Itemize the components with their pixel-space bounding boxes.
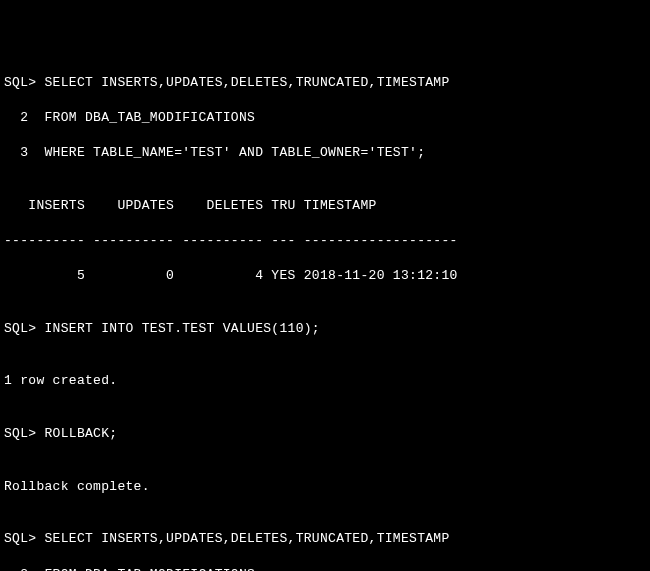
terminal-line: 2 FROM DBA_TAB_MODIFICATIONS <box>4 109 646 127</box>
terminal-line: INSERTS UPDATES DELETES TRU TIMESTAMP <box>4 197 646 215</box>
terminal-line: 1 row created. <box>4 372 646 390</box>
terminal-line: 2 FROM DBA_TAB_MODIFICATIONS <box>4 566 646 572</box>
terminal-line: Rollback complete. <box>4 478 646 496</box>
terminal-line: SQL> ROLLBACK; <box>4 425 646 443</box>
terminal-line: SQL> INSERT INTO TEST.TEST VALUES(110); <box>4 320 646 338</box>
terminal-line: SQL> SELECT INSERTS,UPDATES,DELETES,TRUN… <box>4 530 646 548</box>
terminal-line: 5 0 4 YES 2018-11-20 13:12:10 <box>4 267 646 285</box>
terminal-line: 3 WHERE TABLE_NAME='TEST' AND TABLE_OWNE… <box>4 144 646 162</box>
terminal-line: SQL> SELECT INSERTS,UPDATES,DELETES,TRUN… <box>4 74 646 92</box>
terminal-line: ---------- ---------- ---------- --- ---… <box>4 232 646 250</box>
